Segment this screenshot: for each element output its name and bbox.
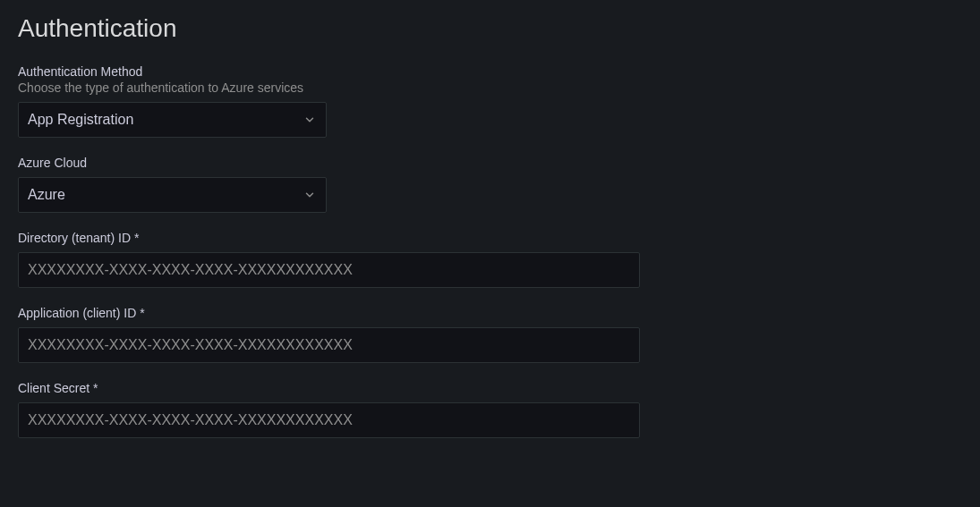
client-id-input[interactable]	[18, 327, 640, 363]
azure-cloud-value: Azure	[28, 187, 65, 203]
client-secret-group: Client Secret *	[18, 381, 962, 438]
client-id-group: Application (client) ID *	[18, 306, 962, 363]
auth-method-select[interactable]: App Registration	[18, 102, 327, 138]
azure-cloud-label: Azure Cloud	[18, 156, 962, 170]
auth-method-group: Authentication Method Choose the type of…	[18, 64, 962, 138]
client-secret-input[interactable]	[18, 402, 640, 438]
client-id-label: Application (client) ID *	[18, 306, 962, 320]
client-secret-label: Client Secret *	[18, 381, 962, 395]
page-title: Authentication	[18, 14, 962, 43]
auth-method-label: Authentication Method	[18, 64, 962, 79]
auth-method-description: Choose the type of authentication to Azu…	[18, 80, 962, 95]
tenant-id-label: Directory (tenant) ID *	[18, 231, 962, 245]
tenant-id-group: Directory (tenant) ID *	[18, 231, 962, 288]
auth-method-value: App Registration	[28, 112, 133, 128]
tenant-id-input[interactable]	[18, 252, 640, 288]
azure-cloud-group: Azure Cloud Azure	[18, 156, 962, 213]
azure-cloud-select[interactable]: Azure	[18, 177, 327, 213]
